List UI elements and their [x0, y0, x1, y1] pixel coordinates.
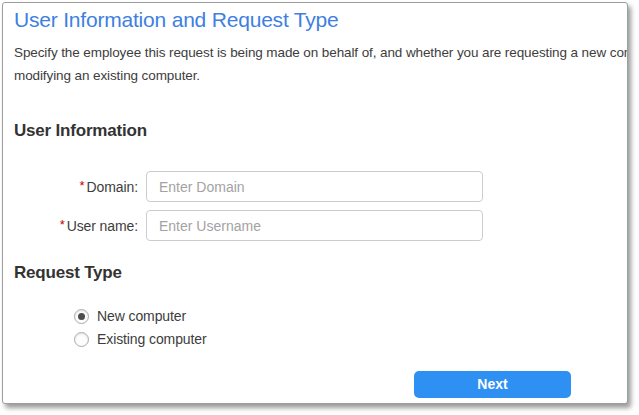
section-heading-request-type: Request Type [14, 263, 122, 283]
request-type-radio-group: New computer Existing computer [74, 306, 207, 352]
form-row-domain: *Domain: [3, 171, 483, 202]
radio-option-label[interactable]: New computer [97, 308, 186, 324]
screenshot-canvas: User Information and Request Type Specif… [0, 0, 639, 415]
domain-label: *Domain: [3, 179, 138, 195]
domain-label-text: Domain: [87, 179, 138, 195]
form-row-username: *User name: [3, 210, 483, 241]
radio-option-new-computer[interactable]: New computer [74, 306, 207, 326]
required-asterisk: * [80, 178, 85, 193]
radio-button-icon[interactable] [74, 309, 89, 324]
page-title: User Information and Request Type [14, 8, 339, 32]
domain-input[interactable] [146, 171, 483, 202]
page-description-line-2: modifying an existing computer. [14, 64, 627, 87]
radio-option-label[interactable]: Existing computer [97, 331, 207, 347]
username-input[interactable] [146, 210, 483, 241]
radio-option-existing-computer[interactable]: Existing computer [74, 329, 207, 349]
required-asterisk: * [60, 217, 65, 232]
wizard-panel: User Information and Request Type Specif… [2, 2, 628, 404]
next-button[interactable]: Next [414, 371, 571, 398]
radio-button-icon[interactable] [74, 332, 89, 347]
section-heading-user-information: User Information [14, 121, 147, 141]
page-description-line-1: Specify the employee this request is bei… [14, 41, 627, 64]
page-description: Specify the employee this request is bei… [14, 41, 627, 87]
username-label-text: User name: [67, 218, 138, 234]
username-label: *User name: [3, 218, 138, 234]
